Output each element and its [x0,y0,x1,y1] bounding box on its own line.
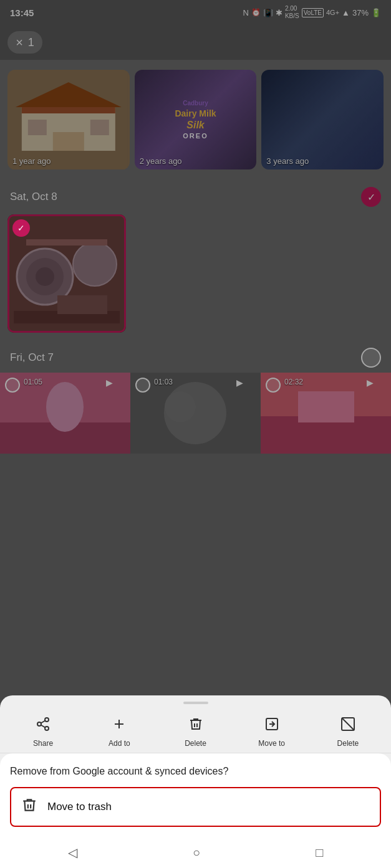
section-header-1: Sat, Oct 8 [0,179,391,212]
memory-card-2[interactable]: Cadbury Dairy Milk Silk OREO 2 years ago [135,70,257,169]
delete-button[interactable]: Delete [157,717,233,748]
video-thumb-1[interactable]: 01:05 ▶ [0,373,130,454]
recents-button[interactable]: □ [316,846,323,860]
dialog-sheet: Remove from Google account & synced devi… [0,753,391,868]
svg-point-18 [46,382,84,432]
photo-check-kitchen[interactable] [12,219,30,237]
svg-rect-24 [298,391,354,422]
drag-handle-wrapper [0,695,391,707]
delete-label: Delete [185,739,206,748]
signal-icon: ▲ [342,8,350,17]
video-select-1[interactable] [5,378,20,393]
section-date-1: Sat, Oct 8 [10,191,57,203]
play-icon-3: ▶ [367,378,374,388]
svg-point-27 [45,727,49,730]
svg-point-25 [45,718,49,722]
main-content: 1 year ago Cadbury Dairy Milk Silk OREO … [0,60,391,454]
status-icons: N ⏰ 📳 ✱ 2.00KB/S VoLTE 4G+ ▲ 37% 🔋 [243,5,381,20]
home-button[interactable]: ○ [193,846,200,860]
dialog-title: Remove from Google account & synced devi… [10,766,381,777]
add-to-button[interactable]: Add to [81,717,157,748]
alarm-icon: ⏰ [251,8,261,17]
section-header-2: Fri, Oct 7 [0,340,391,373]
vibrate-icon: 📳 [263,8,273,17]
choc-brand: Cadbury Dairy Milk Silk OREO [175,98,216,141]
action-bar: Share Add to Delete [0,707,391,753]
svg-point-21 [165,391,196,422]
video-thumb-3[interactable]: 02:32 ▶ [261,373,391,454]
photo-grid-oct8 [0,212,391,340]
section2-area: Fri, Oct 7 01:05 ▶ [0,340,391,454]
action-sheet: Share Add to Delete [0,695,391,868]
video-time-3: 02:32 [284,378,303,386]
delete-icon [188,717,203,735]
nav-bar: ◁ ○ □ [10,837,381,868]
play-icon-1: ▶ [106,378,113,388]
select-all-oct8[interactable] [361,187,381,207]
add-to-label: Add to [109,739,130,748]
svg-rect-6 [90,120,109,135]
video-select-2[interactable] [135,378,150,393]
memory-card-2-label: 2 years ago [140,156,182,166]
share-button[interactable]: Share [5,717,81,748]
svg-line-28 [41,725,46,728]
svg-rect-2 [22,107,115,113]
network-icon: 4G+ [326,9,339,16]
memory-card-1-label: 1 year ago [12,156,51,166]
status-bar: 13:45 N ⏰ 📳 ✱ 2.00KB/S VoLTE 4G+ ▲ 37% 🔋 [0,0,391,25]
move-to-trash-button[interactable]: Move to trash [10,787,381,827]
drag-handle [183,702,208,704]
video-select-3[interactable] [266,378,281,393]
selection-count: 1 [28,36,34,49]
move-to-label: Move to [258,739,285,748]
memory-card-3-label: 3 years ago [266,156,309,166]
video-time-1: 01:05 [24,378,42,386]
close-icon: × [16,36,23,50]
video-thumb-2[interactable]: 01:03 ▶ [130,373,261,454]
battery-percent: 37% [352,8,369,17]
memory-strip: 1 year ago Cadbury Dairy Milk Silk OREO … [0,60,391,179]
share-label: Share [33,739,53,748]
close-button[interactable]: × 1 [7,31,42,54]
delete2-label: Delete [337,739,359,748]
data-speed: 2.00KB/S [285,5,299,20]
battery-icon: 🔋 [371,8,381,17]
add-icon [112,717,127,735]
share-icon [36,717,51,735]
svg-rect-5 [28,120,47,135]
memory-card-1[interactable]: 1 year ago [7,70,130,169]
back-button[interactable]: ◁ [68,845,77,860]
volte-icon: VoLTE [302,8,324,17]
top-bar: × 1 [0,25,391,60]
status-time: 13:45 [10,7,34,18]
bluetooth-icon: ✱ [276,8,282,17]
svg-line-29 [41,721,46,723]
move-to-icon [264,717,279,735]
photo-item-kitchen[interactable] [7,214,126,333]
notification-icon: N [243,8,249,17]
section-date-2: Fri, Oct 7 [10,351,54,364]
move-to-trash-label: Move to trash [47,801,112,813]
video-strip: 01:05 ▶ 01:03 ▶ [0,373,391,454]
delete2-icon [340,717,355,735]
play-icon-2: ▶ [236,378,243,388]
svg-point-26 [37,722,41,726]
select-all-oct7[interactable] [361,348,381,368]
delete2-button[interactable]: Delete [310,717,386,748]
move-to-button[interactable]: Move to [234,717,310,748]
memory-card-3[interactable]: 3 years ago [261,70,384,169]
video-time-2: 01:03 [154,378,173,386]
svg-line-34 [342,718,354,730]
trash-icon [21,797,37,817]
